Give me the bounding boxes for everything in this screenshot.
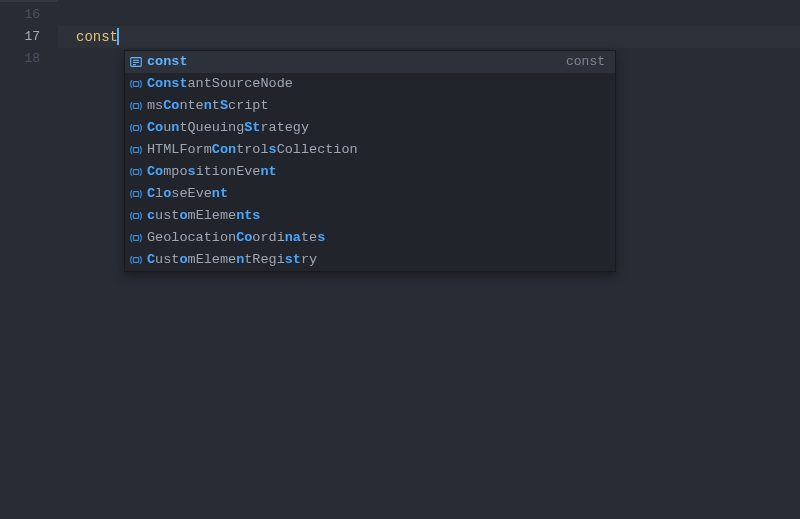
svg-rect-11: [133, 236, 138, 241]
suggestion-label: HTMLFormControlsCollection: [147, 139, 615, 161]
svg-rect-7: [133, 148, 138, 153]
variable-icon: [125, 143, 147, 157]
suggestion-item[interactable]: CloseEvent: [125, 183, 615, 205]
suggestion-label: CompositionEvent: [147, 161, 615, 183]
code-line[interactable]: const: [58, 26, 800, 48]
intellisense-popup[interactable]: constconst ConstantSourceNode msContentS…: [124, 50, 616, 272]
svg-rect-10: [133, 214, 138, 219]
suggestion-label: const: [147, 51, 566, 73]
suggestion-detail: const: [566, 51, 615, 73]
suggestion-item[interactable]: constconst: [125, 51, 615, 73]
suggestion-item[interactable]: CompositionEvent: [125, 161, 615, 183]
suggestion-label: ConstantSourceNode: [147, 73, 615, 95]
suggestion-label: GeolocationCoordinates: [147, 227, 615, 249]
variable-icon: [125, 165, 147, 179]
text-cursor: [117, 28, 119, 45]
suggestion-item[interactable]: HTMLFormControlsCollection: [125, 139, 615, 161]
suggestion-label: CountQueuingStrategy: [147, 117, 615, 139]
suggestion-label: customElements: [147, 205, 615, 227]
variable-icon: [125, 209, 147, 223]
suggestion-label: CustomElementRegistry: [147, 249, 615, 271]
suggestion-item[interactable]: CountQueuingStrategy: [125, 117, 615, 139]
svg-rect-12: [133, 258, 138, 263]
suggestion-item[interactable]: GeolocationCoordinates: [125, 227, 615, 249]
svg-rect-6: [133, 126, 138, 131]
keyword-icon: [125, 55, 147, 69]
suggestion-label: msContentScript: [147, 95, 615, 117]
line-number: 18: [0, 48, 58, 70]
variable-icon: [125, 253, 147, 267]
svg-rect-8: [133, 170, 138, 175]
suggestion-item[interactable]: msContentScript: [125, 95, 615, 117]
token-keyword: const: [76, 29, 118, 45]
code-line[interactable]: [58, 4, 800, 26]
suggestion-item[interactable]: customElements: [125, 205, 615, 227]
variable-icon: [125, 99, 147, 113]
svg-rect-5: [133, 104, 138, 109]
line-number: 17: [0, 26, 58, 48]
suggestion-label: CloseEvent: [147, 183, 615, 205]
svg-rect-9: [133, 192, 138, 197]
variable-icon: [125, 187, 147, 201]
variable-icon: [125, 231, 147, 245]
variable-icon: [125, 121, 147, 135]
line-number-gutter: 161718: [0, 0, 58, 519]
variable-icon: [125, 77, 147, 91]
suggestion-item[interactable]: CustomElementRegistry: [125, 249, 615, 271]
svg-rect-4: [133, 82, 138, 87]
suggestion-item[interactable]: ConstantSourceNode: [125, 73, 615, 95]
line-number: 16: [0, 4, 58, 26]
